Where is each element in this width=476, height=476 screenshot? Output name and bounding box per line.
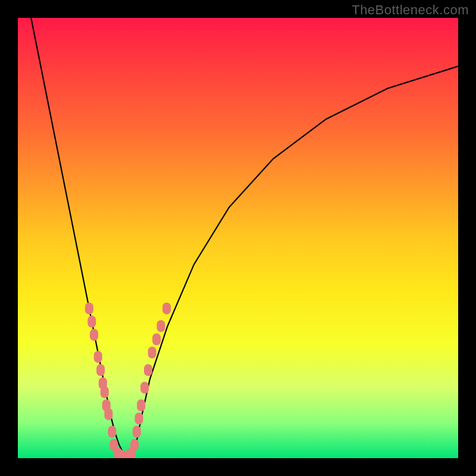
marker-point xyxy=(96,364,105,376)
marker-point xyxy=(157,320,165,332)
chart-frame: TheBottleneck.com xyxy=(0,0,476,476)
markers-left-branch xyxy=(85,302,118,450)
marker-point xyxy=(162,302,171,314)
marker-point xyxy=(152,333,161,345)
plot-area xyxy=(18,18,458,458)
marker-point xyxy=(135,412,143,424)
markers-bottom xyxy=(114,448,136,458)
marker-point xyxy=(85,302,93,314)
curve-layer xyxy=(18,18,458,458)
marker-point xyxy=(108,426,116,438)
marker-point xyxy=(94,351,102,363)
marker-point xyxy=(87,316,96,328)
marker-point xyxy=(127,448,136,458)
marker-point xyxy=(137,399,145,411)
bottleneck-curve xyxy=(31,18,458,458)
marker-point xyxy=(148,346,156,358)
marker-point xyxy=(101,386,109,398)
bottleneck-curve-path xyxy=(31,18,458,458)
marker-point xyxy=(133,426,141,438)
marker-point xyxy=(90,329,98,341)
marker-point xyxy=(140,382,149,394)
marker-point xyxy=(144,364,152,376)
watermark-text: TheBottleneck.com xyxy=(352,2,469,18)
marker-point xyxy=(104,408,112,420)
